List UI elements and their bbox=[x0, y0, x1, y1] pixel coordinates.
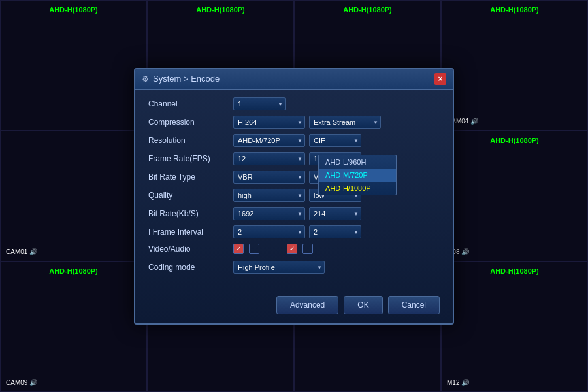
resolution-row: Resolution AHD-M/720P AHD-L/960H AHD-M/7… bbox=[148, 134, 440, 147]
compression-select[interactable]: H.264 bbox=[233, 116, 305, 129]
stream-select-wrapper: Extra Stream bbox=[309, 116, 381, 129]
stream-select[interactable]: Extra Stream bbox=[309, 116, 381, 129]
framerate-label: Frame Rate(FPS) bbox=[148, 154, 233, 163]
bitrate-type-main-wrapper: VBR bbox=[233, 171, 305, 184]
bitrate-extra-wrapper: 214 bbox=[309, 207, 361, 220]
dialog-body: Channel 1 Compression H.264 bbox=[135, 90, 453, 289]
bitrate-main-wrapper: 1692 bbox=[233, 207, 305, 220]
channel-controls: 1 bbox=[233, 97, 440, 110]
coding-mode-select[interactable]: High Profile bbox=[233, 261, 325, 274]
video-checkbox-extra[interactable] bbox=[287, 244, 297, 254]
iframe-main-wrapper: 2 bbox=[233, 225, 305, 238]
dialog-footer: Advanced OK Cancel bbox=[135, 289, 453, 323]
channel-label: Channel bbox=[148, 99, 233, 108]
ok-button[interactable]: OK bbox=[344, 296, 382, 314]
framerate-main-wrapper: 12 bbox=[233, 152, 305, 165]
quality-main-wrapper: high bbox=[233, 189, 305, 202]
framerate-main-select[interactable]: 12 bbox=[233, 152, 305, 165]
channel-row: Channel 1 bbox=[148, 97, 440, 110]
compression-row: Compression H.264 Extra Stream bbox=[148, 116, 440, 129]
video-audio-label: Video/Audio bbox=[148, 244, 233, 253]
video-audio-row: Video/Audio bbox=[148, 244, 440, 254]
dialog-title: ⚙ System > Encode bbox=[142, 74, 220, 84]
advanced-button[interactable]: Advanced bbox=[276, 296, 338, 314]
resolution-main-wrapper: AHD-M/720P AHD-L/960H AHD-M/720P AHD-H/1… bbox=[233, 134, 305, 147]
iframe-main-select[interactable]: 2 bbox=[233, 225, 305, 238]
resolution-dropdown: AHD-L/960H AHD-M/720P AHD-H/1080P bbox=[318, 155, 397, 195]
coding-mode-row: Coding mode High Profile bbox=[148, 261, 440, 274]
iframe-extra-select[interactable]: 2 bbox=[309, 225, 361, 238]
iframe-label: I Frame Interval bbox=[148, 227, 233, 237]
bitrate-controls: 1692 214 bbox=[233, 207, 440, 220]
bitrate-type-main-select[interactable]: VBR bbox=[233, 171, 305, 184]
video-audio-checkboxes-extra bbox=[287, 244, 313, 254]
cancel-button[interactable]: Cancel bbox=[388, 296, 440, 314]
encode-dialog: ⚙ System > Encode × Channel 1 bbox=[134, 68, 454, 325]
quality-label: Quality bbox=[148, 191, 233, 200]
dialog-title-icon: ⚙ bbox=[142, 74, 149, 84]
resolution-label: Resolution bbox=[148, 136, 233, 145]
video-audio-controls bbox=[233, 244, 440, 254]
channel-select[interactable]: 1 bbox=[233, 97, 286, 110]
bitrate-label: Bit Rate(Kb/S) bbox=[148, 209, 233, 218]
audio-checkbox-extra[interactable] bbox=[302, 244, 313, 254]
bitrate-row: Bit Rate(Kb/S) 1692 214 bbox=[148, 207, 440, 220]
audio-checkbox-main[interactable] bbox=[249, 244, 259, 254]
compression-label: Compression bbox=[148, 118, 233, 127]
dropdown-item-960h[interactable]: AHD-L/960H bbox=[319, 155, 396, 169]
quality-main-select[interactable]: high bbox=[233, 189, 305, 202]
resolution-main-select[interactable]: AHD-M/720P bbox=[233, 134, 305, 147]
dropdown-item-720p[interactable]: AHD-M/720P bbox=[319, 169, 396, 182]
iframe-row: I Frame Interval 2 2 bbox=[148, 225, 440, 238]
dialog-title-bar: ⚙ System > Encode × bbox=[135, 69, 453, 90]
video-audio-checkboxes-main bbox=[233, 244, 259, 254]
coding-mode-wrapper: High Profile bbox=[233, 261, 325, 274]
bitrate-extra-select[interactable]: 214 bbox=[309, 207, 361, 220]
iframe-extra-wrapper: 2 bbox=[309, 225, 361, 238]
resolution-extra-select[interactable]: CIF bbox=[309, 134, 361, 147]
compression-select-wrapper: H.264 bbox=[233, 116, 305, 129]
resolution-extra-wrapper: CIF bbox=[309, 134, 361, 147]
coding-mode-controls: High Profile bbox=[233, 261, 440, 274]
bitrate-main-select[interactable]: 1692 bbox=[233, 207, 305, 220]
compression-controls: H.264 Extra Stream bbox=[233, 116, 440, 129]
dropdown-item-1080p[interactable]: AHD-H/1080P bbox=[319, 182, 396, 195]
bitrate-type-label: Bit Rate Type bbox=[148, 172, 233, 182]
coding-mode-label: Coding mode bbox=[148, 263, 233, 272]
close-button[interactable]: × bbox=[434, 73, 446, 85]
video-checkbox-main[interactable] bbox=[233, 244, 244, 254]
iframe-controls: 2 2 bbox=[233, 225, 440, 238]
dialog-overlay: ⚙ System > Encode × Channel 1 bbox=[0, 0, 588, 392]
channel-select-wrapper: 1 bbox=[233, 97, 286, 110]
resolution-controls: AHD-M/720P AHD-L/960H AHD-M/720P AHD-H/1… bbox=[233, 134, 440, 147]
